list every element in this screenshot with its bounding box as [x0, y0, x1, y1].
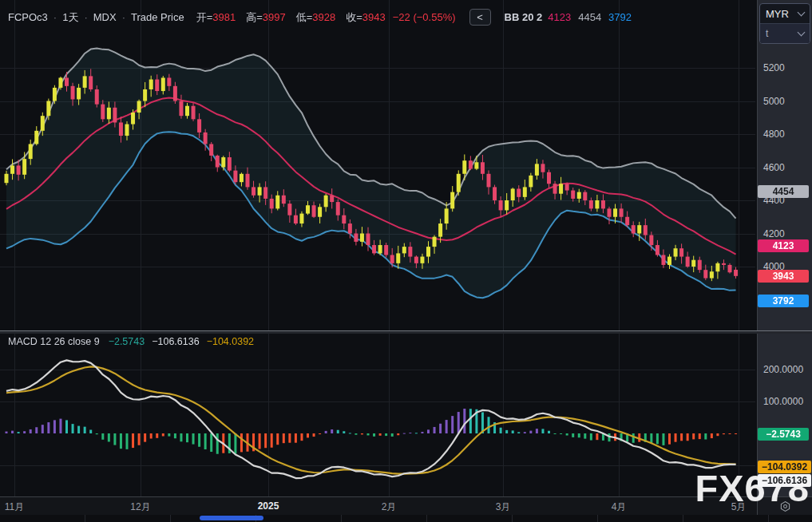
timeline-scrollbar[interactable] — [0, 515, 812, 522]
pane-separator[interactable] — [0, 330, 812, 334]
bb-value: 4123 — [548, 11, 571, 23]
interval-label: 1天 — [62, 10, 78, 25]
ohlc-field: 收=3943 — [346, 10, 386, 25]
price-axis[interactable]: MYR t 5200500048004600440042004000200.00… — [757, 0, 812, 515]
trading-chart-app: FCPOc3 · 1天 · MDX · Trade Price 开=3981高=… — [0, 0, 812, 522]
chevron-down-icon — [798, 9, 806, 17]
collapse-legend-button[interactable]: < — [469, 9, 491, 26]
exchange-label: MDX — [93, 11, 117, 23]
bb-indicator-values: 412344543792 — [548, 11, 632, 23]
price-tick-label: 4400 — [763, 195, 785, 206]
currency-dropdown[interactable]: MYR — [760, 4, 810, 23]
symbol-legend-row: FCPOc3 · 1天 · MDX · Trade Price 开=3981高=… — [8, 9, 632, 26]
time-tick-label: 2025 — [258, 500, 279, 512]
time-axis[interactable]: 11月12月20252月3月4月5月 — [0, 496, 812, 516]
unit-dropdown[interactable]: t — [760, 23, 810, 43]
time-tick-label: 4月 — [612, 500, 627, 514]
price-tick-label: 4200 — [763, 228, 785, 239]
ohlc-field: 开=3981 — [196, 10, 236, 25]
timeline-scrollbar-thumb[interactable] — [200, 516, 263, 520]
price-source-label: Trade Price — [131, 11, 184, 23]
legend-separator: · — [122, 11, 125, 23]
macd-legend-row: MACD 12 26 close 9 −2.5743−106.6136−104.… — [8, 336, 254, 347]
symbol-title: FCPOc3 — [8, 11, 48, 23]
price-tick-label: 4800 — [763, 129, 785, 140]
time-tick-label: 2月 — [382, 500, 397, 514]
bb-value: 3792 — [608, 11, 632, 23]
time-tick-label: 11月 — [5, 500, 24, 514]
change-value: −22 (−0.55%) — [393, 11, 456, 23]
macd-indicator-title: MACD 12 26 close 9 — [8, 336, 100, 347]
ohlc-values: 开=3981高=3997低=3928收=3943 — [193, 10, 386, 25]
chevron-down-icon — [798, 29, 806, 37]
macd-indicator-values: −2.5743−106.6136−104.0392 — [109, 336, 254, 347]
fx678-watermark: FX678 — [695, 466, 810, 510]
macd-value: −106.6136 — [152, 336, 199, 347]
chart-canvas[interactable] — [0, 0, 812, 522]
macd-value: −2.5743 — [109, 336, 145, 347]
legend-separator: · — [53, 11, 57, 23]
price-tick-label: 4600 — [763, 162, 785, 173]
time-tick-label: 3月 — [496, 500, 511, 514]
axis-unit-selector: MYR t — [759, 3, 810, 44]
bb-value: 4454 — [578, 11, 601, 23]
unit-value: t — [766, 28, 768, 39]
currency-value: MYR — [766, 8, 789, 20]
legend-separator: · — [84, 11, 87, 23]
macd-tick-label: 100.0000 — [763, 396, 803, 407]
macd-value: −104.0392 — [207, 336, 254, 347]
macd-tick-label: 200.0000 — [763, 364, 803, 375]
price-tick-label: 4000 — [763, 261, 785, 272]
ohlc-field: 低=3928 — [296, 10, 336, 25]
price-tick-label: 5000 — [763, 96, 785, 107]
time-tick-label: 12月 — [130, 500, 150, 514]
bb-indicator-title: BB 20 2 — [505, 11, 543, 23]
ohlc-field: 高=3997 — [246, 10, 286, 25]
price-tick-label: 5200 — [763, 62, 785, 73]
